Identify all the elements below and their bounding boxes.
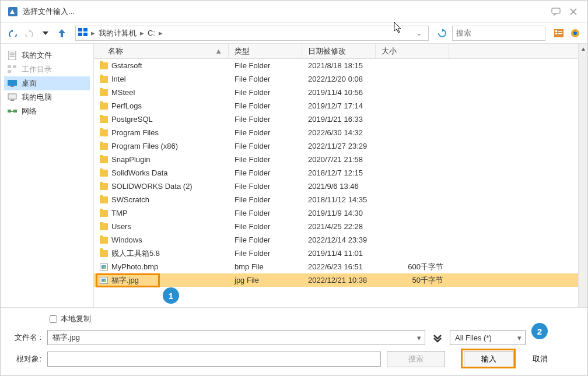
sidebar: 我的文件 工作目录 桌面 我的电脑 网络 [1, 44, 94, 307]
file-type: File Folder [229, 142, 302, 150]
sidebar-item-network[interactable]: 网络 [4, 104, 90, 118]
file-row[interactable]: TMPFile Folder2019/11/9 14:30 [94, 206, 587, 220]
svg-rect-18 [13, 65, 16, 68]
pc-icon [78, 28, 88, 38]
file-date: 2022/6/30 14:32 [302, 128, 376, 137]
file-date: 2022/11/27 23:29 [302, 142, 376, 150]
breadcrumb-dropdown[interactable]: ⌄ [412, 29, 426, 37]
chevron-right-icon: ▸ [90, 29, 96, 37]
file-name: PerfLogs [111, 101, 142, 110]
svg-rect-10 [558, 33, 562, 34]
file-type: File Folder [229, 61, 302, 70]
titlebar: 选择文件输入... [1, 1, 587, 23]
scrollbar[interactable]: ▲ [578, 44, 587, 307]
file-name: SOLIDWORKS Data (2) [111, 182, 192, 191]
feedback-icon[interactable] [549, 5, 563, 19]
root-input[interactable] [47, 352, 381, 367]
folder-icon [100, 62, 108, 69]
file-name: Program Files [111, 128, 159, 137]
image-file-icon [100, 277, 108, 284]
desktop-icon [8, 79, 17, 88]
folder-icon [100, 89, 108, 96]
open-button[interactable]: 输入 [464, 351, 514, 367]
file-name: Intel [111, 75, 126, 83]
file-row[interactable]: Program FilesFile Folder2022/6/30 14:32 [94, 126, 587, 139]
file-row[interactable]: MSteelFile Folder2019/11/4 10:56 [94, 86, 587, 99]
file-name: SWScratch [111, 195, 149, 204]
back-button[interactable] [6, 27, 19, 40]
col-extra[interactable] [449, 44, 587, 58]
svg-rect-2 [78, 28, 82, 31]
breadcrumb-mypc[interactable]: 我的计算机 [96, 28, 139, 38]
file-name: Users [111, 222, 131, 231]
expand-button[interactable] [431, 331, 444, 344]
file-date: 2019/11/4 10:56 [302, 88, 376, 97]
sidebar-item-myfiles[interactable]: 我的文件 [4, 48, 90, 62]
file-name: SnapPlugin [111, 155, 150, 164]
folder-icon [100, 210, 108, 217]
file-row[interactable]: IntelFile Folder2022/12/20 0:08 [94, 72, 587, 86]
svg-rect-25 [13, 110, 17, 113]
file-row[interactable]: PostgreSQLFile Folder2019/1/21 16:33 [94, 113, 587, 126]
filter-value: All Files (*) [455, 333, 492, 342]
search-input[interactable] [452, 26, 545, 41]
col-name[interactable]: 名称▲ [94, 44, 229, 58]
file-type: File Folder [229, 128, 302, 137]
folder-icon [100, 250, 108, 257]
file-row[interactable]: UsersFile Folder2021/4/25 22:28 [94, 220, 587, 233]
file-name: 贱人工具箱5.8 [111, 248, 160, 259]
file-row[interactable]: SnapPluginFile Folder2020/7/21 21:58 [94, 153, 587, 166]
folder-icon [100, 103, 108, 110]
view-button[interactable] [552, 27, 565, 40]
svg-rect-17 [8, 65, 11, 68]
file-row[interactable]: SWScratchFile Folder2018/11/12 14:35 [94, 193, 587, 206]
file-row[interactable]: 福字.jpgjpg File2022/12/21 10:3850千字节 [94, 273, 587, 287]
file-size: 50千字节 [376, 275, 449, 286]
local-copy-label: 本地复制 [61, 314, 91, 324]
col-type[interactable]: 类型 [229, 44, 302, 58]
file-date: 2019/11/4 11:01 [302, 249, 376, 258]
folder-icon [100, 196, 108, 203]
history-dropdown[interactable] [39, 27, 52, 40]
forward-button[interactable] [23, 27, 36, 40]
col-date[interactable]: 日期被修改 [302, 44, 376, 58]
file-type: jpg File [229, 276, 302, 284]
file-row[interactable]: SolidWorks DataFile Folder2018/12/7 12:1… [94, 166, 587, 180]
file-row[interactable]: 贱人工具箱5.8File Folder2019/11/4 11:01 [94, 247, 587, 260]
filetype-filter[interactable]: All Files (*) ▾ [450, 330, 526, 345]
breadcrumb-drive[interactable]: C: [145, 29, 158, 37]
file-name: SolidWorks Data [111, 168, 168, 177]
filename-combo[interactable]: 福字.jpg ▾ [47, 330, 425, 345]
folder-icon [100, 143, 108, 150]
cancel-button[interactable]: 取消 [520, 351, 561, 367]
svg-rect-4 [78, 33, 82, 36]
file-date: 2020/7/21 21:58 [302, 155, 376, 164]
local-copy-checkbox[interactable] [50, 315, 57, 323]
refresh-button[interactable] [436, 27, 449, 40]
folder-icon [100, 170, 108, 177]
file-type: File Folder [229, 209, 302, 217]
preview-button[interactable] [569, 27, 582, 40]
search-button[interactable]: 搜索 [387, 351, 445, 367]
file-row[interactable]: MyPhoto.bmpbmp File2022/6/23 16:51600千字节 [94, 260, 587, 273]
file-row[interactable]: PerfLogsFile Folder2019/12/7 17:14 [94, 99, 587, 113]
file-type: File Folder [229, 236, 302, 244]
col-size[interactable]: 大小 [376, 44, 449, 58]
sidebar-item-mypc[interactable]: 我的电脑 [4, 90, 90, 104]
file-type: File Folder [229, 88, 302, 97]
up-button[interactable] [55, 27, 68, 40]
breadcrumb[interactable]: ▸ 我的计算机 ▸ C: ▸ ⌄ [75, 26, 429, 41]
file-row[interactable]: GstarsoftFile Folder2021/8/18 18:15 [94, 59, 587, 72]
file-row[interactable]: SOLIDWORKS Data (2)File Folder2021/9/6 1… [94, 180, 587, 193]
sidebar-label: 工作目录 [22, 64, 52, 75]
sidebar-item-desktop[interactable]: 桌面 [4, 76, 90, 90]
sidebar-item-workdir[interactable]: 工作目录 [4, 62, 90, 76]
file-row[interactable]: Program Files (x86)File Folder2022/11/27… [94, 139, 587, 153]
close-icon[interactable] [566, 5, 580, 19]
folder-icon [100, 183, 108, 190]
scroll-up-icon[interactable]: ▲ [580, 45, 586, 52]
root-label: 根对象: [9, 354, 41, 364]
file-date: 2018/12/7 12:15 [302, 168, 376, 177]
file-row[interactable]: WindowsFile Folder2022/12/14 23:39 [94, 233, 587, 247]
svg-rect-13 [9, 51, 16, 60]
